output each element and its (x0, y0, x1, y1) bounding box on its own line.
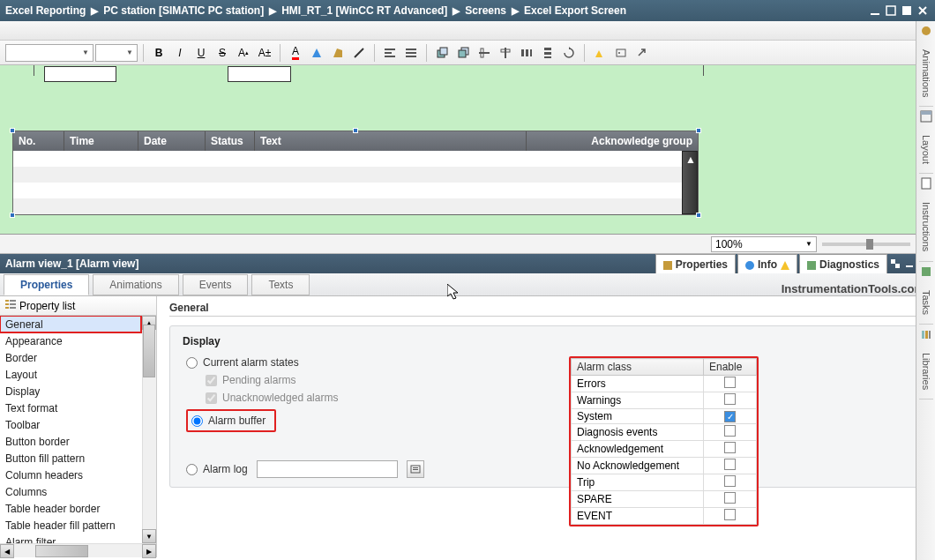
distribute-v-button[interactable] (538, 43, 557, 63)
tag-button[interactable] (611, 43, 631, 63)
libraries-vtab[interactable]: Libraries (919, 344, 933, 399)
scroll-left-icon[interactable]: ◀ (0, 544, 14, 558)
radio-alarm-log[interactable]: Alarm log (186, 463, 248, 475)
screen-editor[interactable]: No. Time Date Status Text Acknowledge gr… (0, 65, 935, 235)
checkbox-icon[interactable] (724, 425, 736, 437)
radio-alarm-buffer[interactable]: Alarm buffer (186, 409, 276, 432)
layout-vtab[interactable]: Layout (919, 126, 933, 174)
crumb-2[interactable]: HMI_RT_1 [WinCC RT Advanced] (281, 4, 447, 17)
proplist-item-appearance[interactable]: Appearance (0, 332, 141, 349)
bold-button[interactable]: B (149, 43, 168, 63)
font-color-button[interactable]: A (286, 43, 305, 63)
io-field-2[interactable] (228, 66, 291, 82)
alarm-class-enable-cell[interactable] (704, 491, 757, 508)
align-h-button[interactable] (475, 43, 494, 63)
checkbox-icon[interactable] (724, 393, 736, 405)
alarm-log-field[interactable] (257, 460, 398, 478)
maximize-button[interactable] (900, 4, 914, 18)
bring-front-button[interactable] (432, 43, 452, 63)
minimize-button[interactable] (868, 4, 882, 18)
alarm-class-row[interactable]: Trip (572, 474, 757, 491)
alarm-class-row[interactable]: System (572, 409, 757, 424)
proplist-item-table-header-fill-pattern[interactable]: Table header fill pattern (0, 517, 141, 534)
underline-button[interactable]: U (191, 43, 211, 63)
alarm-class-enable-cell[interactable] (704, 424, 757, 441)
radio-current-alarm-states[interactable]: Current alarm states (186, 356, 909, 369)
scroll-thumb[interactable] (143, 325, 155, 377)
alarm-class-enable-cell[interactable] (704, 376, 757, 392)
send-back-button[interactable] (453, 43, 473, 63)
proplist-hscroll[interactable]: ◀ ▶ (0, 543, 156, 557)
checkbox-icon[interactable] (724, 475, 736, 487)
alarm-class-enable-cell[interactable] (704, 458, 757, 474)
col-alarm-class[interactable]: Alarm class (572, 359, 704, 376)
checkbox-icon[interactable] (724, 459, 736, 470)
alarm-class-enable-cell[interactable] (704, 409, 757, 424)
alarm-class-row[interactable]: EVENT (572, 508, 757, 525)
alarm-class-row[interactable]: Warnings (572, 392, 757, 409)
alarm-class-row[interactable]: Errors (572, 376, 757, 392)
crumb-3[interactable]: Screens (465, 4, 506, 17)
alarm-class-enable-cell[interactable] (704, 392, 757, 409)
tab-texts[interactable]: Texts (251, 274, 310, 295)
alarm-view-object[interactable]: No. Time Date Status Text Acknowledge gr… (12, 131, 699, 215)
tab-properties[interactable]: Properties (4, 274, 89, 295)
io-field-1[interactable] (44, 66, 116, 82)
col-enable[interactable]: Enable (704, 359, 757, 376)
properties-pane-tab[interactable]: Properties (655, 254, 736, 273)
scroll-right-icon[interactable]: ▶ (142, 544, 156, 558)
proplist-item-button-border[interactable]: Button border (0, 433, 141, 450)
strikethrough-button[interactable]: S (213, 43, 232, 63)
alarm-scrollbar[interactable]: ▲ (682, 151, 698, 214)
proplist-item-toolbar[interactable]: Toolbar (0, 416, 141, 433)
links-button[interactable] (632, 43, 652, 63)
checkbox-icon[interactable] (724, 442, 736, 453)
superscript-button[interactable]: A▴ (234, 43, 253, 63)
alarm-class-enable-cell[interactable] (704, 441, 757, 458)
alarm-class-enable-cell[interactable] (704, 508, 757, 525)
proplist-item-layout[interactable]: Layout (0, 366, 141, 383)
animations-vtab[interactable]: Animations (919, 41, 933, 107)
highlight-tool-button[interactable] (590, 43, 610, 63)
libraries-vtab-icon[interactable] (920, 328, 932, 340)
restore-button[interactable] (884, 4, 898, 18)
alarm-log-browse-button[interactable] (407, 460, 424, 478)
distribute-h-button[interactable] (517, 43, 536, 63)
tab-animations[interactable]: Animations (93, 274, 178, 295)
alarm-class-row[interactable]: SPARE (572, 491, 757, 508)
zoom-combo[interactable]: 100%▼ (711, 236, 817, 252)
align-left-button[interactable] (380, 43, 400, 63)
highlight-button[interactable] (307, 43, 326, 63)
proplist-item-column-headers[interactable]: Column headers (0, 467, 141, 483)
zoom-slider[interactable] (822, 243, 910, 246)
proplist-vscroll[interactable]: ▲ ▼ (142, 316, 156, 543)
alarm-class-row[interactable]: Acknowledgement (572, 441, 757, 458)
crumb-0[interactable]: Excel Reporting (5, 4, 86, 17)
italic-button[interactable]: I (170, 43, 190, 63)
panel-minimize-button[interactable] (903, 258, 916, 270)
text-format-button[interactable]: A± (255, 43, 274, 63)
align-dropdown-button[interactable] (401, 43, 421, 63)
close-button[interactable] (916, 4, 930, 18)
tab-events[interactable]: Events (183, 274, 249, 295)
alarm-class-row[interactable]: No Acknowledgement (572, 458, 757, 474)
checkbox-icon[interactable] (724, 492, 736, 504)
font-family-combo[interactable]: ▼ (5, 44, 94, 62)
panel-float-button[interactable] (889, 258, 901, 270)
animations-vtab-icon[interactable] (920, 25, 932, 37)
alarm-class-row[interactable]: Diagnosis events (572, 424, 757, 441)
checkbox-icon[interactable] (724, 411, 736, 422)
align-v-button[interactable] (496, 43, 515, 63)
instructions-vtab[interactable]: Instructions (919, 193, 933, 261)
proplist-item-columns[interactable]: Columns (0, 483, 141, 500)
checkbox-icon[interactable] (724, 377, 736, 388)
crumb-1[interactable]: PC station [SIMATIC PC station] (103, 4, 264, 17)
line-color-button[interactable] (349, 43, 369, 63)
layout-vtab-icon[interactable] (920, 110, 932, 123)
font-size-combo[interactable]: ▼ (95, 44, 138, 62)
proplist-item-table-header-border[interactable]: Table header border (0, 500, 141, 517)
fill-color-button[interactable] (328, 43, 348, 63)
alarm-class-enable-cell[interactable] (704, 474, 757, 491)
tasks-vtab[interactable]: Tasks (919, 281, 933, 325)
crumb-4[interactable]: Excel Export Screen (524, 4, 626, 17)
